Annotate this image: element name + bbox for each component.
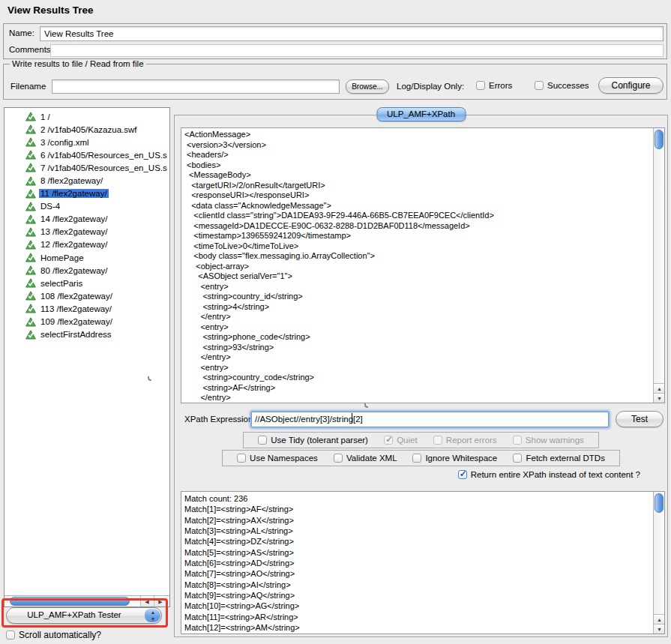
checkbox[interactable] bbox=[513, 454, 522, 463]
tree-row[interactable]: selectParis bbox=[4, 277, 169, 289]
tree-horizontal-scrollbar[interactable]: ◀ ▶ bbox=[4, 595, 169, 607]
tab-ulp-amf-xpath[interactable]: ULP_AMF+XPath bbox=[376, 107, 466, 121]
tree-row[interactable]: 3 /config.xml bbox=[4, 136, 169, 148]
tree-row[interactable]: HomePage bbox=[4, 251, 169, 264]
tree-row[interactable]: 14 /flex2gateway/ bbox=[4, 213, 169, 226]
success-icon bbox=[25, 227, 36, 237]
checkbox[interactable] bbox=[334, 454, 343, 463]
checkbox-label: Use Tidy (tolerant parser) bbox=[271, 436, 368, 445]
scroll-automatically-checkbox[interactable] bbox=[6, 631, 15, 640]
xpath-expression-input[interactable]: //ASObject//entry[3]/string[2] bbox=[251, 412, 609, 427]
checkbox-option[interactable]: Use Namespaces bbox=[237, 454, 320, 463]
tree-row[interactable]: 1 / bbox=[4, 110, 169, 123]
successes-checkbox[interactable] bbox=[535, 81, 544, 90]
xml-line: <string>phone_code</string> bbox=[184, 332, 653, 343]
tree-row[interactable]: selectFirstAddress bbox=[4, 328, 169, 341]
xml-line: <bodies> bbox=[184, 160, 653, 171]
success-icon bbox=[25, 278, 36, 288]
checkbox-label: Ignore Whitespace bbox=[425, 454, 497, 463]
xml-line: <timestamp>1396559241209</timestamp> bbox=[184, 231, 653, 241]
checkbox-option[interactable]: Validate XML bbox=[334, 454, 399, 463]
scroll-left-arrow-icon[interactable]: ◀ bbox=[140, 596, 153, 607]
scrollbar-thumb[interactable] bbox=[10, 597, 130, 606]
tree-row[interactable]: 113 /flex2gateway/ bbox=[4, 302, 169, 315]
tree-row[interactable]: 13 /flex2gateway/ bbox=[4, 226, 169, 238]
match-line: Match[3]=<string>AL</string> bbox=[184, 526, 653, 536]
checkbox-option[interactable]: Use Tidy (tolerant parser) bbox=[258, 436, 370, 445]
xml-vertical-scrollbar[interactable]: ▲ ▼ bbox=[653, 128, 664, 403]
checkbox-label: Quiet bbox=[397, 436, 418, 445]
checkbox[interactable] bbox=[258, 436, 267, 445]
tree-row[interactable]: 8 /flex2gateway/ bbox=[4, 174, 169, 187]
scroll-up-arrow-icon[interactable]: ▲ bbox=[654, 614, 665, 624]
comments-label: Comments: bbox=[9, 45, 53, 54]
splitter-handle[interactable] bbox=[364, 403, 368, 408]
response-xml-pane[interactable]: <ActionMessage> <version>3</version> <he… bbox=[181, 127, 665, 403]
comments-input[interactable] bbox=[50, 44, 664, 57]
tree-row[interactable]: 108 /flex2gateway/ bbox=[4, 289, 169, 302]
match-line: Match[7]=<string>AO</string> bbox=[184, 568, 653, 579]
match-results-pane[interactable]: Match count: 236Match[1]=<string>AF</str… bbox=[181, 491, 665, 634]
tree-row[interactable]: 2 /v1fab405/Kazazua.swf bbox=[4, 123, 169, 136]
match-line: Match[8]=<string>AI</string> bbox=[184, 580, 653, 590]
tree-row[interactable]: 11 /flex2gateway/ bbox=[4, 187, 169, 200]
tree-row-label: 3 /config.xml bbox=[39, 138, 91, 147]
return-xpath-option[interactable]: Return entire XPath instead of text cont… bbox=[458, 470, 640, 479]
configure-button[interactable]: Configure bbox=[598, 77, 664, 94]
checkbox-option[interactable]: Fetch external DTDs bbox=[513, 454, 604, 463]
checkbox-option[interactable]: Report errors bbox=[433, 436, 499, 445]
xml-options-group: Use Namespaces Validate XML Ignore White… bbox=[222, 450, 620, 466]
results-tree[interactable]: 1 / 2 /v1fab405/Kazazua.swf bbox=[4, 110, 169, 341]
name-input[interactable]: View Results Tree bbox=[40, 26, 664, 41]
checkbox[interactable] bbox=[237, 454, 246, 463]
checkbox[interactable] bbox=[433, 436, 442, 445]
checkbox[interactable] bbox=[513, 436, 522, 445]
scroll-down-arrow-icon[interactable]: ▼ bbox=[654, 393, 665, 403]
tree-row[interactable]: 109 /flex2gateway/ bbox=[4, 316, 169, 328]
successes-option[interactable]: Successes bbox=[535, 81, 589, 90]
test-button[interactable]: Test bbox=[616, 411, 664, 427]
scroll-up-arrow-icon[interactable]: ▲ bbox=[654, 383, 665, 393]
tree-row[interactable]: 7 /v1fab405/Resources_en_US.s bbox=[4, 161, 169, 174]
scroll-right-arrow-icon[interactable]: ▶ bbox=[154, 596, 166, 607]
checkbox-label: Validate XML bbox=[346, 454, 397, 463]
tree-row-label: 108 /flex2gateway/ bbox=[39, 292, 114, 301]
success-icon bbox=[25, 112, 36, 121]
tree-row-label: 12 /flex2gateway/ bbox=[39, 240, 109, 249]
checkbox[interactable] bbox=[412, 454, 421, 463]
tree-row[interactable]: DS-4 bbox=[4, 200, 169, 213]
xml-line: <body class="flex.messaging.io.ArrayColl… bbox=[184, 251, 653, 262]
browse-button[interactable]: Browse... bbox=[346, 79, 389, 94]
results-tree-pane: 1 / 2 /v1fab405/Kazazua.swf bbox=[4, 107, 170, 607]
xml-line: </entry> bbox=[184, 312, 653, 322]
xml-line: </entry> bbox=[184, 393, 653, 403]
match-vertical-scrollbar[interactable]: ▲ ▼ bbox=[653, 492, 664, 634]
dropdown-stepper-icon[interactable]: ▲▼ bbox=[145, 609, 160, 622]
name-comments-panel: Name: View Results Tree Comments: bbox=[3, 23, 667, 59]
scroll-down-arrow-icon[interactable]: ▼ bbox=[654, 624, 665, 634]
checkbox-option[interactable]: Quiet bbox=[384, 436, 420, 445]
xpath-expression-label: XPath Expression bbox=[184, 415, 253, 424]
checkbox[interactable] bbox=[384, 436, 393, 445]
tree-row-label: DS-4 bbox=[39, 202, 61, 211]
errors-checkbox[interactable] bbox=[476, 81, 485, 90]
tree-row[interactable]: 80 /flex2gateway/ bbox=[4, 264, 169, 277]
scrollbar-thumb[interactable] bbox=[655, 130, 664, 149]
checkbox-label: Fetch external DTDs bbox=[526, 454, 604, 463]
checkbox-option[interactable]: Ignore Whitespace bbox=[412, 454, 499, 463]
tree-row[interactable]: 12 /flex2gateway/ bbox=[4, 238, 169, 251]
splitter-handle[interactable] bbox=[148, 376, 151, 381]
errors-option[interactable]: Errors bbox=[476, 81, 512, 90]
return-xpath-checkbox[interactable] bbox=[458, 470, 467, 479]
scroll-automatically-option[interactable]: Scroll automatically? bbox=[6, 630, 101, 640]
checkbox-option[interactable]: Show warnings bbox=[513, 436, 584, 445]
xml-line: </entry> bbox=[184, 352, 653, 363]
renderer-select[interactable]: ULP_AMF+XPath Tester ▲▼ bbox=[6, 607, 162, 624]
match-results-text: Match count: 236Match[1]=<string>AF</str… bbox=[181, 492, 653, 634]
xml-line: <entry> bbox=[184, 363, 653, 373]
tree-row-label: 11 /flex2gateway/ bbox=[39, 189, 109, 198]
scrollbar-thumb[interactable] bbox=[655, 493, 664, 513]
tree-row-label: selectFirstAddress bbox=[39, 330, 113, 339]
tree-row[interactable]: 6 /v1fab405/Resources_en_US.s bbox=[4, 148, 169, 161]
filename-input[interactable] bbox=[52, 79, 340, 94]
